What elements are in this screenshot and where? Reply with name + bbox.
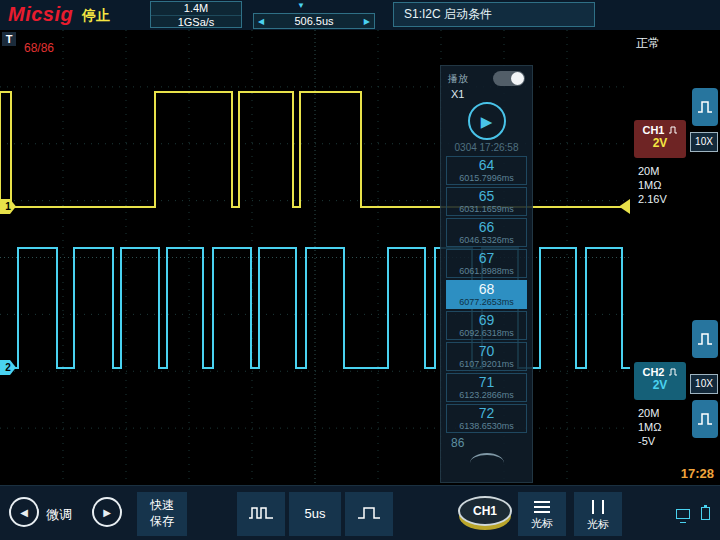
wave-icon: [668, 126, 678, 134]
segment-list-item[interactable]: 64 6015.7996ms: [446, 156, 527, 185]
segment-number: 69: [447, 313, 526, 328]
top-bar: Micsig 停止 1.4M 1GSa/s ▼ ◀ 506.5us ▶ S1:I…: [0, 0, 720, 30]
waveform-canvas: [0, 30, 630, 485]
trigger-position-icon[interactable]: ▼: [297, 1, 305, 10]
next-icon: ▶: [103, 507, 111, 518]
segment-time: 6107.9201ms: [447, 359, 526, 369]
segment-timestamp: 0304 17:26:58: [441, 142, 532, 153]
ch1-offset: 2.16V: [638, 192, 667, 206]
playback-speed[interactable]: X1: [441, 88, 532, 100]
segment-total: 86: [451, 436, 532, 450]
ch1-impedance: 1MΩ: [638, 178, 667, 192]
playback-toggle-label: 播放: [448, 72, 468, 86]
segment-list-item[interactable]: 65 6031.1659ms: [446, 187, 527, 216]
cursor-label: 光标: [574, 517, 622, 532]
ch1-badge[interactable]: CH1 2V: [634, 120, 686, 158]
oscilloscope-screen: Micsig 停止 1.4M 1GSa/s ▼ ◀ 506.5us ▶ S1:I…: [0, 0, 720, 540]
segment-number: 67: [447, 251, 526, 266]
acquisition-info[interactable]: 1.4M 1GSa/s: [150, 1, 242, 28]
memory-depth: 1.4M: [151, 2, 241, 16]
brand-logo: Micsig: [8, 3, 73, 26]
ch1-bandwidth: 20M: [638, 164, 667, 178]
segment-list-item[interactable]: 68 6077.2653ms: [446, 280, 527, 309]
serial-trigger-label[interactable]: S1:I2C 启动条件: [393, 2, 595, 27]
trigger-mode-status: 正常: [636, 35, 660, 52]
ch2-pulse-button-bottom[interactable]: [692, 400, 718, 438]
segment-time: 6138.6530ms: [447, 421, 526, 431]
right-panel: 正常 CH1 2V 10X 20M 1MΩ 2.16V CH2 2V 10X 2…: [630, 30, 720, 485]
pulse-icon: [695, 330, 715, 348]
ch2-offset: -5V: [638, 434, 662, 448]
segment-time: 6015.7996ms: [447, 173, 526, 183]
segment-list-item[interactable]: 72 6138.6530ms: [446, 404, 527, 433]
single-pulse-icon: [356, 505, 382, 521]
quick-save-button[interactable]: 快速 保存: [137, 492, 187, 536]
segment-list-item[interactable]: 70 6107.9201ms: [446, 342, 527, 371]
vertical-cursor-button[interactable]: 光标: [574, 492, 622, 536]
active-channel-button[interactable]: CH1: [458, 496, 512, 526]
segment-time: 6046.5326ms: [447, 235, 526, 245]
double-pulse-icon: [248, 505, 274, 521]
zoom-out-timebase-button[interactable]: [237, 492, 285, 536]
segment-number: 72: [447, 406, 526, 421]
next-button[interactable]: ▶: [92, 497, 122, 527]
segment-counter: 68/86: [24, 41, 54, 55]
toggle-knob-icon: [511, 72, 524, 85]
segment-time: 6077.2653ms: [447, 297, 526, 307]
segment-time: 6061.8988ms: [447, 266, 526, 276]
ch1-scale: 2V: [634, 136, 686, 150]
zoom-in-timebase-button[interactable]: [345, 492, 393, 536]
horizontal-cursor-button[interactable]: 光标: [518, 492, 566, 536]
segment-time: 6031.1659ms: [447, 204, 526, 214]
timebase-value[interactable]: 5us: [289, 492, 341, 536]
playback-toggle[interactable]: [493, 71, 525, 86]
ch1-name: CH1: [642, 124, 664, 136]
segment-number: 64: [447, 158, 526, 173]
ch2-impedance: 1MΩ: [638, 420, 662, 434]
display-icon[interactable]: [676, 509, 690, 519]
ch2-badge[interactable]: CH2 2V: [634, 362, 686, 400]
segment-number: 65: [447, 189, 526, 204]
run-status[interactable]: 停止: [82, 7, 110, 25]
pulse-icon: [695, 410, 715, 428]
play-button[interactable]: ▶: [468, 102, 506, 140]
clock: 17:28: [681, 466, 714, 481]
sample-rate: 1GSa/s: [151, 16, 241, 28]
playback-panel: 播放 X1 ▶ 0304 17:26:58 64 6015.7996ms 65 …: [440, 65, 533, 483]
trigger-status-marker: T: [2, 32, 16, 46]
segment-number: 68: [447, 282, 526, 297]
segment-time: 6092.6318ms: [447, 328, 526, 338]
prev-button[interactable]: ◀: [9, 497, 39, 527]
cursor-label: 光标: [518, 516, 566, 531]
time-offset-value: 506.5us: [294, 15, 333, 27]
segment-list-item[interactable]: 71 6123.2866ms: [446, 373, 527, 402]
ch2-info: 20M 1MΩ -5V: [638, 406, 662, 448]
offset-right-icon[interactable]: ▶: [364, 17, 370, 26]
ch1-pulse-button[interactable]: [692, 88, 718, 126]
offset-left-icon[interactable]: ◀: [258, 17, 264, 26]
ch2-probe-button[interactable]: 10X: [690, 374, 718, 394]
play-icon: ▶: [481, 113, 493, 130]
vertical-cursor-icon: [592, 500, 604, 514]
segment-list-item[interactable]: 67 6061.8988ms: [446, 249, 527, 278]
segment-time: 6123.2866ms: [447, 390, 526, 400]
segment-list-item[interactable]: 66 6046.5326ms: [446, 218, 527, 247]
waveform-display[interactable]: T 68/86 1 2 播放 X1 ▶ 0304 17:26:58 64 601…: [0, 30, 630, 485]
fine-tune-label[interactable]: 微调: [46, 506, 72, 524]
ch1-info: 20M 1MΩ 2.16V: [638, 164, 667, 206]
segment-list-item[interactable]: 69 6092.6318ms: [446, 311, 527, 340]
segment-number: 70: [447, 344, 526, 359]
segment-number: 66: [447, 220, 526, 235]
horizontal-cursor-icon: [534, 501, 550, 513]
collapse-handle-icon[interactable]: [470, 453, 504, 463]
wave-icon: [668, 368, 678, 376]
ch2-pulse-button-top[interactable]: [692, 320, 718, 358]
ch2-bandwidth: 20M: [638, 406, 662, 420]
ch2-scale: 2V: [634, 378, 686, 392]
time-offset-control[interactable]: ◀ 506.5us ▶: [253, 13, 375, 29]
segment-list: 64 6015.7996ms 65 6031.1659ms 66 6046.53…: [441, 156, 532, 433]
ch1-probe-button[interactable]: 10X: [690, 132, 718, 152]
pulse-icon: [695, 98, 715, 116]
ch2-name: CH2: [642, 366, 664, 378]
segment-number: 71: [447, 375, 526, 390]
